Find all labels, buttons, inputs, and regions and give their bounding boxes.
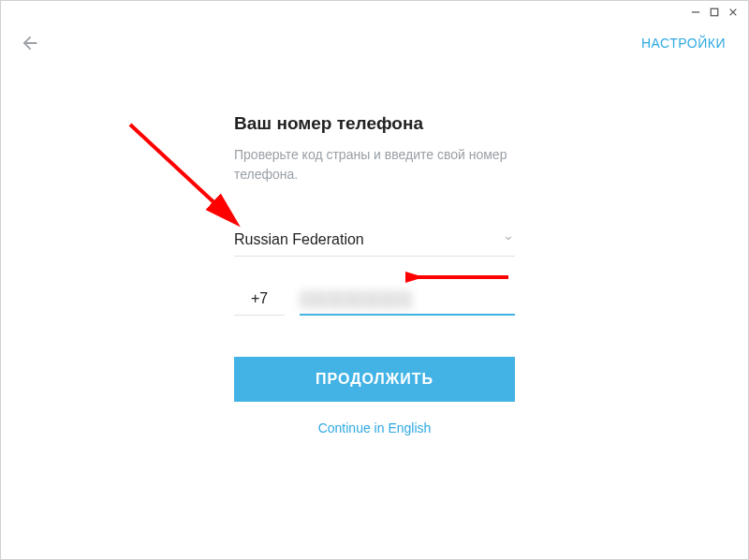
svg-rect-1 <box>711 8 718 16</box>
minimize-button[interactable] <box>690 7 701 18</box>
dial-code-field[interactable] <box>234 290 285 316</box>
maximize-button[interactable] <box>709 7 720 18</box>
chevron-down-icon <box>502 231 515 248</box>
country-name: Russian Federation <box>234 231 364 248</box>
phone-number-field[interactable] <box>300 290 515 307</box>
page-title: Ваш номер телефона <box>234 113 515 134</box>
country-select[interactable]: Russian Federation <box>234 231 515 257</box>
svg-line-4 <box>130 125 235 222</box>
window-titlebar <box>1 1 748 20</box>
page-subtitle: Проверьте код страны и введите свой номе… <box>234 145 515 184</box>
signup-form: Ваш номер телефона Проверьте код страны … <box>234 113 515 435</box>
settings-link[interactable]: НАСТРОЙКИ <box>641 36 726 51</box>
language-switch-link[interactable]: Continue in English <box>234 420 515 435</box>
close-button[interactable] <box>727 7 739 18</box>
back-button[interactable] <box>20 33 40 53</box>
arrow-left-icon <box>20 33 40 53</box>
continue-button[interactable]: ПРОДОЛЖИТЬ <box>234 357 515 402</box>
